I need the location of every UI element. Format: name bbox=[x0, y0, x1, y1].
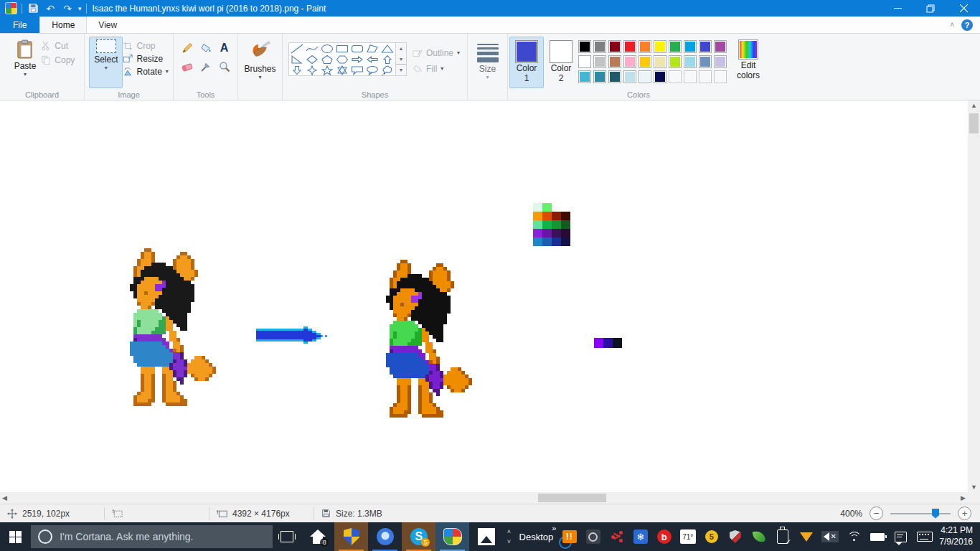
color1-button[interactable]: Color 1 bbox=[509, 37, 544, 88]
vertical-scrollbar[interactable]: ▲ ▼ bbox=[968, 100, 980, 492]
magnifier-tool[interactable] bbox=[216, 58, 233, 75]
palette-color-well[interactable] bbox=[684, 40, 697, 53]
hidden-icons-warning-tray-icon[interactable]: !! bbox=[557, 530, 581, 543]
palette-empty-well[interactable] bbox=[684, 70, 697, 83]
palette-color-well[interactable] bbox=[608, 40, 621, 53]
rotate-button[interactable]: Rotate▾ bbox=[123, 67, 168, 77]
horizontal-scrollbar[interactable]: ◀ ▶ bbox=[0, 492, 968, 504]
disk-utility-tray-icon[interactable] bbox=[581, 529, 605, 544]
usb-tray-icon[interactable]: ✓ bbox=[771, 529, 794, 544]
tab-home[interactable]: Home bbox=[39, 17, 87, 33]
taskbar-clock[interactable]: 4:21 PM 7/9/2016 bbox=[936, 522, 980, 551]
paint-logo-icon[interactable] bbox=[4, 2, 17, 15]
shape-right-triangle-icon[interactable] bbox=[289, 54, 304, 65]
shape-right-arrow-icon[interactable] bbox=[349, 54, 364, 65]
tab-view[interactable]: View bbox=[87, 17, 128, 33]
shape-cloud-callout-icon[interactable] bbox=[380, 65, 395, 75]
battery-tray-icon[interactable] bbox=[865, 533, 889, 541]
zoom-out-button[interactable]: − bbox=[870, 507, 883, 520]
edit-colors-button[interactable]: Edit colors bbox=[729, 37, 768, 88]
shape-triangle-icon[interactable] bbox=[380, 43, 395, 54]
snowflake-tray-icon[interactable]: ❄ bbox=[628, 529, 652, 544]
color2-button[interactable]: Color 2 bbox=[544, 37, 578, 88]
shield-tray-tray-icon[interactable] bbox=[723, 530, 747, 543]
palette-empty-well[interactable] bbox=[714, 70, 727, 83]
zoom-slider[interactable] bbox=[890, 513, 951, 514]
paste-button[interactable]: Paste▾ bbox=[9, 37, 42, 88]
weather-tray-icon[interactable]: 71° bbox=[676, 529, 699, 544]
shape-oval-callout-icon[interactable] bbox=[364, 65, 380, 75]
palette-color-well[interactable] bbox=[639, 40, 651, 53]
shape-four-point-star-icon[interactable] bbox=[304, 65, 319, 75]
leaf-tray-icon[interactable] bbox=[747, 531, 771, 542]
palette-color-well[interactable] bbox=[608, 70, 621, 83]
zoom-in-button[interactable]: + bbox=[958, 507, 971, 520]
shape-diamond-icon[interactable] bbox=[304, 54, 319, 65]
palette-color-well[interactable] bbox=[578, 40, 591, 53]
shape-oval-icon[interactable] bbox=[319, 43, 334, 54]
brushes-button[interactable]: Brushes▾ bbox=[239, 37, 281, 88]
security-shield-taskbar-button[interactable] bbox=[334, 522, 368, 551]
palette-color-well[interactable] bbox=[608, 55, 621, 68]
toolbar-chevrons[interactable]: ˄˅ bbox=[503, 522, 514, 551]
toolbar-overflow-icon[interactable]: » bbox=[552, 524, 556, 532]
palette-color-well[interactable] bbox=[654, 55, 666, 68]
fill-button[interactable]: Fill▾ bbox=[413, 64, 460, 74]
shape-up-arrow-icon[interactable] bbox=[380, 54, 395, 65]
palette-color-well[interactable] bbox=[593, 70, 606, 83]
picker-tool[interactable] bbox=[197, 58, 215, 75]
home-app-taskbar-button[interactable]: 8 bbox=[301, 522, 334, 551]
zoom-slider-thumb[interactable] bbox=[932, 509, 939, 519]
shape-line-icon[interactable] bbox=[289, 43, 304, 54]
shape-down-arrow-icon[interactable] bbox=[289, 65, 304, 75]
notify-5-tray-icon[interactable]: 5 bbox=[699, 530, 723, 543]
shape-rectangular-callout-icon[interactable] bbox=[349, 65, 364, 75]
palette-empty-well[interactable] bbox=[669, 70, 682, 83]
outline-button[interactable]: Outline▾ bbox=[413, 48, 460, 58]
shape-left-arrow-icon[interactable] bbox=[364, 54, 380, 65]
resize-button[interactable]: Resize bbox=[123, 54, 168, 64]
palette-color-well[interactable] bbox=[714, 55, 727, 68]
palette-color-well[interactable] bbox=[714, 40, 727, 53]
photos-taskbar-button[interactable] bbox=[469, 522, 503, 551]
redo-icon[interactable]: ↷ bbox=[61, 2, 74, 15]
eraser-tool[interactable] bbox=[179, 58, 196, 75]
drawing-canvas[interactable] bbox=[0, 100, 968, 492]
shape-five-point-star-icon[interactable] bbox=[319, 65, 334, 75]
palette-color-well[interactable] bbox=[699, 55, 712, 68]
task-view-button[interactable] bbox=[273, 522, 301, 551]
cut-button[interactable]: Cut bbox=[41, 41, 75, 51]
palette-color-well[interactable] bbox=[639, 55, 651, 68]
paint-app-taskbar-button[interactable] bbox=[435, 522, 469, 551]
horizontal-scroll-thumb[interactable] bbox=[538, 494, 606, 502]
download-triangle-tray-icon[interactable] bbox=[794, 532, 818, 542]
cortana-search-box[interactable]: I'm Cortana. Ask me anything. bbox=[31, 525, 273, 548]
vertical-scroll-thumb[interactable] bbox=[969, 113, 979, 133]
help-icon[interactable]: ? bbox=[961, 19, 973, 31]
palette-color-well[interactable] bbox=[623, 70, 636, 83]
beats-tray-icon[interactable]: b bbox=[652, 529, 676, 544]
select-button[interactable]: Select▾ bbox=[89, 37, 123, 88]
wifi-tray-icon[interactable] bbox=[842, 532, 865, 542]
close-button[interactable] bbox=[947, 0, 980, 17]
palette-color-well[interactable] bbox=[623, 40, 636, 53]
palette-color-well[interactable] bbox=[593, 55, 606, 68]
desktop-toolbar[interactable]: » Desktop bbox=[515, 522, 558, 551]
copy-button[interactable]: Copy bbox=[41, 55, 75, 65]
shape-six-point-star-icon[interactable] bbox=[334, 65, 349, 75]
shape-rectangle-icon[interactable] bbox=[334, 43, 349, 54]
qat-menu-icon[interactable]: ▾ bbox=[78, 5, 82, 12]
shapes-scrollbar[interactable]: ▲ ▼ ▼ bbox=[396, 42, 407, 76]
palette-color-well[interactable] bbox=[593, 40, 606, 53]
skype-taskbar-button[interactable]: S5 bbox=[402, 522, 435, 551]
shape-rounded-rectangle-icon[interactable] bbox=[349, 43, 364, 54]
minimize-button[interactable] bbox=[881, 0, 914, 17]
share-red-tray-icon[interactable] bbox=[605, 530, 628, 543]
shape-hexagon-icon[interactable] bbox=[334, 54, 349, 65]
palette-color-well[interactable] bbox=[669, 55, 682, 68]
shape-pentagon-icon[interactable] bbox=[319, 54, 334, 65]
collapse-ribbon-icon[interactable]: ˄ bbox=[950, 21, 954, 29]
save-icon[interactable] bbox=[27, 2, 39, 15]
palette-color-well[interactable] bbox=[654, 40, 666, 53]
shape-polygon-icon[interactable] bbox=[364, 43, 380, 54]
